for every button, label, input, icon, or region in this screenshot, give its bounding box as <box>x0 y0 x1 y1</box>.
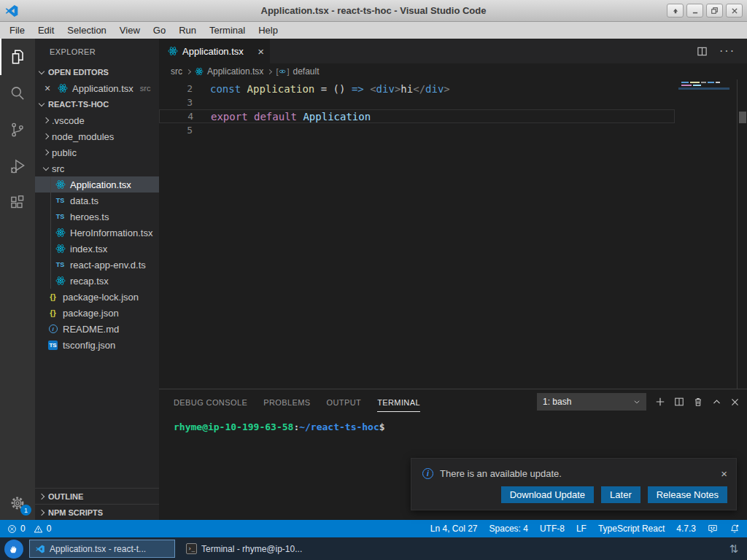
activity-source-control[interactable] <box>0 112 35 148</box>
minimize-button[interactable] <box>686 4 703 18</box>
terminal-picker[interactable]: 1: bash <box>537 393 646 411</box>
chevron-right-icon <box>39 509 44 515</box>
tree-item-heroes-ts[interactable]: heroes.ts <box>35 209 159 225</box>
code-editor[interactable]: 2const Application = () => <div>hi</div>… <box>159 79 747 389</box>
terminal-output[interactable]: rhyme@ip-10-199-63-58:~/react-ts-hoc$ <box>159 414 747 432</box>
chevron-down-icon <box>43 164 49 170</box>
tree-item-public[interactable]: public <box>35 144 159 160</box>
sidebar-title: EXPLORER <box>35 39 159 64</box>
encoding[interactable]: UTF-8 <box>540 524 565 534</box>
code-line-3: 3 <box>159 96 675 109</box>
tree-item-recap-tsx[interactable]: recap.tsx <box>35 273 159 289</box>
notification-close-icon[interactable]: × <box>721 467 727 480</box>
json-icon <box>47 292 59 301</box>
activity-explorer[interactable] <box>0 39 35 75</box>
download-update-button[interactable]: Download Update <box>501 486 594 503</box>
feedback-smiley-icon[interactable] <box>708 524 718 534</box>
open-editor-item[interactable]: × Application.tsx src <box>35 80 159 96</box>
split-terminal-icon[interactable] <box>674 397 684 407</box>
typescript-icon <box>54 213 66 220</box>
close-icon[interactable]: × <box>42 82 53 94</box>
settings-badge: 1 <box>20 505 31 516</box>
activity-search[interactable] <box>0 75 35 112</box>
scrollbar-thumb[interactable] <box>739 112 746 123</box>
menu-file[interactable]: File <box>3 23 31 37</box>
chevron-right-icon <box>39 493 44 499</box>
menu-help[interactable]: Help <box>252 23 285 37</box>
later-button[interactable]: Later <box>601 486 640 503</box>
update-notification: There is an available update. × Download… <box>411 458 737 510</box>
chevron-right-icon <box>43 117 49 123</box>
menubar: File Edit Selection View Go Run Terminal… <box>0 22 747 39</box>
minimap[interactable] <box>678 79 737 389</box>
rhyme-hand-logo-icon[interactable] <box>4 540 23 559</box>
tree-item-tsconfig[interactable]: tsconfig.json <box>35 337 159 353</box>
indentation[interactable]: Spaces: 4 <box>489 524 528 534</box>
restore-button[interactable] <box>706 4 723 18</box>
close-panel-icon[interactable] <box>730 397 740 407</box>
code-line-2: 2const Application = () => <div>hi</div> <box>159 82 675 96</box>
typescript-version[interactable]: 4.7.3 <box>676 524 696 534</box>
new-terminal-icon[interactable] <box>655 397 665 407</box>
open-editor-description: src <box>140 84 151 93</box>
tab-problems[interactable]: PROBLEMS <box>263 392 310 412</box>
menu-edit[interactable]: Edit <box>31 23 61 37</box>
release-notes-button[interactable]: Release Notes <box>648 486 727 503</box>
tree-item-package-json[interactable]: package.json <box>35 305 159 321</box>
maximize-panel-icon[interactable] <box>712 397 721 407</box>
tree-item-data-ts[interactable]: data.ts <box>35 192 159 209</box>
close-button[interactable] <box>726 4 743 18</box>
tab-debug-console[interactable]: DEBUG CONSOLE <box>174 392 247 412</box>
bell-icon[interactable] <box>729 524 740 534</box>
tree-item-index-tsx[interactable]: index.tsx <box>35 241 159 257</box>
cursor-position[interactable]: Ln 4, Col 27 <box>430 524 478 534</box>
terminal-user: rhyme@ip-10-199-63-58 <box>174 421 293 432</box>
tree-item-application-tsx[interactable]: Application.tsx <box>35 176 159 192</box>
tab-application-tsx[interactable]: Application.tsx × <box>159 39 270 63</box>
open-editors-header[interactable]: OPEN EDITORS <box>35 64 159 80</box>
tree-item-heroinformation-tsx[interactable]: HeroInformation.tsx <box>35 225 159 241</box>
breadcrumb-src[interactable]: src <box>171 66 182 77</box>
editor-scrollbar[interactable] <box>737 79 747 389</box>
typescript-icon <box>54 261 66 268</box>
split-editor-icon[interactable] <box>697 46 708 57</box>
code-line-5: 5 <box>159 123 675 137</box>
settings-button[interactable]: 1 <box>8 494 27 513</box>
problems-status[interactable]: 0 0 <box>7 524 51 534</box>
search-icon <box>8 84 27 103</box>
outline-section[interactable]: OUTLINE <box>35 488 159 504</box>
shade-button[interactable] <box>667 4 684 18</box>
tree-item-react-app-env[interactable]: react-app-env.d.ts <box>35 257 159 273</box>
menu-selection[interactable]: Selection <box>61 23 112 37</box>
menu-go[interactable]: Go <box>147 23 172 37</box>
tab-output[interactable]: OUTPUT <box>327 392 362 412</box>
project-root-header[interactable]: REACT-TS-HOC <box>35 96 159 112</box>
activity-extensions[interactable] <box>0 184 35 221</box>
breadcrumb-symbol[interactable]: default <box>293 66 320 77</box>
tree-item-vscode[interactable]: .vscode <box>35 112 159 128</box>
taskbar-terminal-window[interactable]: Terminal - rhyme@ip-10... <box>181 540 327 558</box>
tab-close-icon[interactable]: × <box>258 45 264 58</box>
tree-item-package-lock[interactable]: package-lock.json <box>35 289 159 305</box>
titlebar: Application.tsx - react-ts-hoc - Visual … <box>0 0 747 22</box>
activity-run-debug[interactable] <box>0 148 35 184</box>
menu-terminal[interactable]: Terminal <box>203 23 252 37</box>
react-icon <box>195 67 204 76</box>
sort-arrows-icon[interactable]: ⇅ <box>729 542 743 556</box>
breadcrumb-file[interactable]: Application.tsx <box>207 66 263 77</box>
taskbar-vscode-window[interactable]: Application.tsx - react-t... <box>29 540 175 558</box>
tab-terminal[interactable]: TERMINAL <box>377 392 420 412</box>
task-label: Terminal - rhyme@ip-10... <box>201 544 302 554</box>
more-actions-icon[interactable]: ··· <box>719 44 735 58</box>
extensions-icon <box>8 193 27 212</box>
tree-item-src[interactable]: src <box>35 160 159 176</box>
react-icon <box>54 179 66 190</box>
npm-scripts-section[interactable]: NPM SCRIPTS <box>35 504 159 520</box>
kill-terminal-icon[interactable] <box>693 397 703 407</box>
eol-sequence[interactable]: LF <box>576 524 587 534</box>
menu-run[interactable]: Run <box>172 23 203 37</box>
tree-item-node-modules[interactable]: node_modules <box>35 128 159 144</box>
tree-item-readme[interactable]: README.md <box>35 321 159 337</box>
language-mode[interactable]: TypeScript React <box>598 524 665 534</box>
menu-view[interactable]: View <box>113 23 147 37</box>
